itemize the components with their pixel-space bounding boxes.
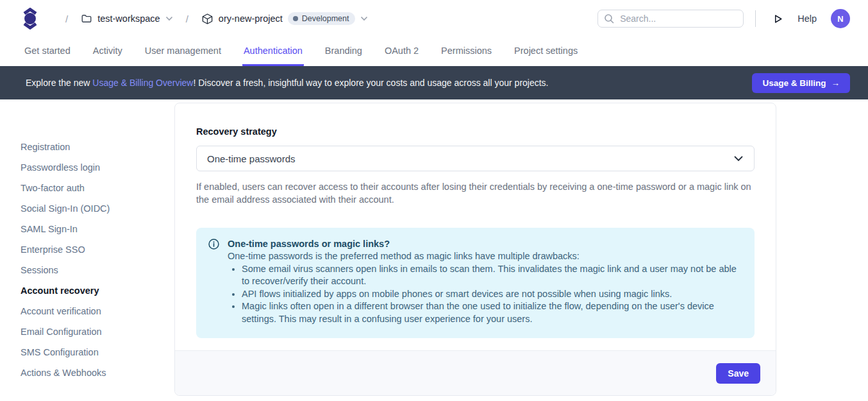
usage-billing-overview-link[interactable]: Usage & Billing Overview [92, 78, 193, 88]
search-icon [604, 13, 614, 24]
usage-billing-button[interactable]: Usage & Billing → [752, 73, 850, 93]
sidebar-item-sessions[interactable]: Sessions [21, 264, 174, 277]
tab-user-management[interactable]: User management [144, 37, 222, 66]
sidebar-item-passwordless-login[interactable]: Passwordless login [21, 161, 174, 174]
callout-title: One-time passwords or magic links? [228, 237, 742, 250]
sidebar-item-email-configuration[interactable]: Email Configuration [21, 325, 174, 338]
card-footer: Save [175, 350, 776, 395]
save-button[interactable]: Save [716, 363, 760, 384]
sidebar-item-actions-webhooks[interactable]: Actions & Webhooks [21, 366, 174, 379]
sidebar-item-social-sign-in[interactable]: Social Sign-In (OIDC) [21, 202, 174, 215]
authentication-sidebar: Registration Passwordless login Two-fact… [0, 99, 174, 401]
tab-authentication[interactable]: Authentication [242, 37, 304, 66]
package-icon [201, 13, 213, 25]
banner-text-suffix: ! Discover a fresh, insightful way to ex… [193, 78, 548, 88]
ory-logo-icon [22, 8, 38, 30]
search-box [597, 10, 744, 28]
breadcrumb-separator: / [65, 13, 68, 24]
project-nav-tabs: Get started Activity User management Aut… [0, 37, 868, 66]
tab-permissions[interactable]: Permissions [440, 37, 493, 66]
tab-activity[interactable]: Activity [92, 37, 124, 66]
tab-branding[interactable]: Branding [324, 37, 363, 66]
sidebar-item-account-verification[interactable]: Account verification [21, 305, 174, 318]
workspace-name: test-workspace [97, 13, 160, 24]
ory-logo[interactable] [22, 8, 38, 30]
sidebar-item-account-recovery[interactable]: Account recovery [21, 284, 174, 297]
tab-oauth2[interactable]: OAuth 2 [383, 37, 420, 66]
arrow-right-icon: → [831, 78, 840, 88]
info-icon [208, 239, 219, 250]
chevron-down-icon [165, 16, 173, 21]
folder-icon [81, 13, 92, 24]
content-area: Registration Passwordless login Two-fact… [0, 99, 868, 401]
card-body: Recovery strategy One-time passwords If … [175, 103, 776, 338]
top-header: / test-workspace / ory-new-project Devel… [0, 0, 868, 37]
info-callout: One-time passwords or magic links? One-t… [196, 228, 755, 338]
help-link[interactable]: Help [797, 13, 817, 24]
environment-label: Development [302, 14, 349, 23]
header-actions: Help N [597, 9, 850, 28]
callout-content: One-time passwords or magic links? One-t… [228, 237, 742, 325]
breadcrumb-separator: / [186, 13, 188, 24]
chevron-down-icon [360, 16, 368, 21]
callout-bullet-list: Some email virus scanners open links in … [242, 263, 742, 326]
recovery-strategy-description: If enabled, users can recover access to … [196, 180, 755, 206]
account-recovery-card: Recovery strategy One-time passwords If … [174, 103, 776, 396]
workspace-switcher[interactable]: test-workspace [81, 13, 173, 24]
sidebar-item-sms-configuration[interactable]: SMS Configuration [21, 346, 174, 359]
sidebar-item-saml-sign-in[interactable]: SAML Sign-In [21, 223, 174, 235]
user-avatar[interactable]: N [831, 9, 850, 28]
chevron-down-icon [733, 155, 744, 162]
tab-get-started[interactable]: Get started [23, 37, 72, 66]
callout-intro: One-time passwords is the preferred meth… [228, 250, 742, 263]
project-switcher[interactable]: ory-new-project Development [201, 12, 369, 25]
usage-billing-banner: Explore the new Usage & Billing Overview… [0, 66, 868, 99]
banner-text-prefix: Explore the new [26, 78, 92, 88]
environment-dot-icon [293, 16, 298, 21]
search-input[interactable] [597, 10, 744, 28]
banner-text: Explore the new Usage & Billing Overview… [26, 78, 549, 88]
play-icon [772, 13, 783, 24]
play-button[interactable] [770, 11, 786, 27]
recovery-strategy-label: Recovery strategy [196, 126, 755, 137]
header-divider [755, 10, 756, 27]
sidebar-item-two-factor-auth[interactable]: Two-factor auth [21, 182, 174, 194]
project-name: ory-new-project [219, 13, 283, 24]
tab-project-settings[interactable]: Project settings [513, 37, 579, 66]
callout-bullet: Some email virus scanners open links in … [242, 263, 742, 288]
sidebar-item-enterprise-sso[interactable]: Enterprise SSO [21, 243, 174, 256]
environment-badge: Development [288, 12, 356, 25]
callout-bullet: API flows initialized by apps on mobile … [242, 288, 742, 301]
sidebar-item-registration[interactable]: Registration [21, 141, 174, 153]
usage-billing-button-label: Usage & Billing [762, 78, 826, 88]
callout-bullet: Magic links often open in a different br… [242, 300, 742, 325]
recovery-strategy-selected-option: One-time passwords [207, 153, 296, 164]
recovery-strategy-select[interactable]: One-time passwords [196, 146, 755, 171]
